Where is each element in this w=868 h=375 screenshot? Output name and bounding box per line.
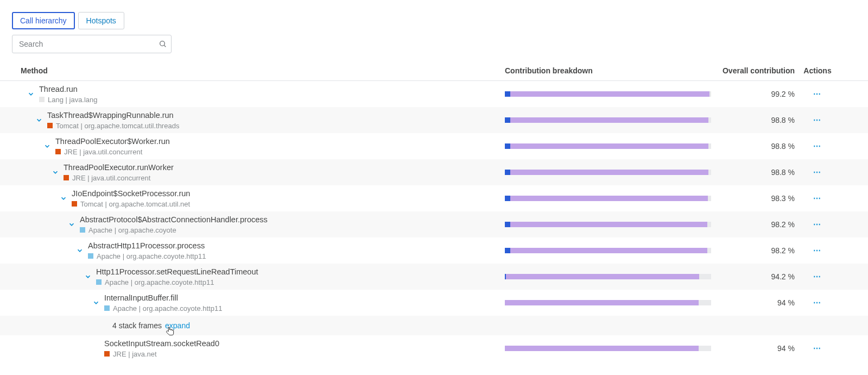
library-swatch	[104, 351, 110, 357]
method-subtitle: JRE | java.util.concurrent	[64, 174, 174, 182]
overall-contribution: 98.8 %	[722, 142, 798, 151]
table-row: ThreadPoolExecutor.runWorkerJRE | java.u…	[0, 159, 868, 185]
header-breakdown: Contribution breakdown	[505, 66, 722, 75]
row-actions-button[interactable]: ⋯	[798, 220, 837, 229]
overall-contribution: 99.2 %	[722, 90, 798, 98]
library-swatch	[96, 279, 102, 285]
tab-call-hierarchy[interactable]: Call hierarchy	[12, 12, 75, 29]
overall-contribution: 94 %	[722, 344, 798, 353]
method-name[interactable]: TaskThread$WrappingRunnable.run	[47, 110, 179, 121]
expand-toggle[interactable]	[34, 116, 44, 124]
table-row: Http11Processor.setRequestLineReadTimeou…	[0, 264, 868, 290]
library-swatch	[72, 201, 77, 207]
table-row: InternalInputBuffer.fillApache | org.apa…	[0, 290, 868, 316]
tab-hotspots[interactable]: Hotspots	[78, 12, 124, 29]
library-swatch	[39, 97, 45, 102]
expand-link[interactable]: expand	[165, 321, 190, 330]
method-name[interactable]: ThreadPoolExecutor.runWorker	[64, 162, 174, 173]
row-actions-button[interactable]: ⋯	[798, 168, 837, 177]
header-overall: Overall contribution	[722, 66, 798, 75]
expand-toggle[interactable]	[42, 142, 52, 150]
contribution-bar	[505, 143, 711, 149]
overall-contribution: 98.8 %	[722, 168, 798, 177]
contribution-bar	[505, 222, 711, 227]
method-subtitle: Apache | org.apache.coyote.http11	[88, 252, 206, 260]
method-subtitle: Apache | org.apache.coyote	[80, 226, 268, 234]
table-row: AbstractHttp11Processor.processApache | …	[0, 238, 868, 264]
collapsed-frames-row: 4 stack frames expand	[0, 316, 868, 335]
method-subtitle: JRE | java.util.concurrent	[55, 148, 170, 156]
header-method: Method	[12, 66, 505, 75]
table-row: Thread.runLang | java.lang99.2 %⋯	[0, 81, 868, 107]
method-name[interactable]: AbstractProtocol$AbstractConnectionHandl…	[80, 215, 268, 225]
method-name[interactable]: Thread.run	[39, 84, 98, 95]
library-swatch	[104, 305, 110, 311]
contribution-bar	[505, 170, 711, 175]
search-icon	[159, 40, 167, 48]
search-box	[12, 35, 172, 53]
library-swatch	[80, 227, 85, 233]
method-name[interactable]: ThreadPoolExecutor$Worker.run	[55, 136, 170, 147]
contribution-bar	[505, 300, 711, 305]
method-subtitle: Tomcat | org.apache.tomcat.util.threads	[47, 122, 179, 130]
expand-toggle[interactable]	[26, 90, 36, 98]
frames-count: 4 stack frames	[112, 321, 162, 330]
library-swatch	[55, 149, 61, 154]
expand-toggle[interactable]	[67, 221, 77, 228]
table-row: ThreadPoolExecutor$Worker.runJRE | java.…	[0, 133, 868, 159]
overall-contribution: 98.8 %	[722, 116, 798, 124]
overall-contribution: 98.2 %	[722, 246, 798, 255]
table-row: JIoEndpoint$SocketProcessor.runTomcat | …	[0, 185, 868, 211]
method-name[interactable]: InternalInputBuffer.fill	[104, 293, 222, 303]
contribution-bar	[505, 346, 711, 351]
method-subtitle: Apache | org.apache.coyote.http11	[96, 278, 258, 286]
method-subtitle: Tomcat | org.apache.tomcat.util.net	[72, 200, 190, 208]
overall-contribution: 94 %	[722, 298, 798, 307]
row-actions-button[interactable]: ⋯	[798, 142, 837, 151]
method-subtitle: Apache | org.apache.coyote.http11	[104, 304, 222, 312]
row-actions-button[interactable]: ⋯	[798, 272, 837, 281]
method-subtitle: JRE | java.net	[104, 350, 219, 358]
table-row: SocketInputStream.socketRead0JRE | java.…	[0, 335, 868, 361]
method-name[interactable]: Http11Processor.setRequestLineReadTimeou…	[96, 267, 258, 277]
overall-contribution: 98.2 %	[722, 220, 798, 229]
method-name[interactable]: AbstractHttp11Processor.process	[88, 241, 206, 251]
library-swatch	[88, 253, 93, 259]
row-actions-button[interactable]: ⋯	[798, 298, 837, 307]
row-actions-button[interactable]: ⋯	[798, 344, 837, 353]
expand-toggle[interactable]	[91, 299, 101, 307]
contribution-bar	[505, 248, 711, 253]
overall-contribution: 94.2 %	[722, 272, 798, 281]
library-swatch	[47, 123, 53, 128]
svg-point-0	[160, 41, 165, 46]
svg-line-1	[164, 45, 166, 47]
expand-toggle[interactable]	[83, 273, 93, 280]
table-row: TaskThread$WrappingRunnable.runTomcat | …	[0, 107, 868, 133]
row-actions-button[interactable]: ⋯	[798, 116, 837, 124]
header-actions: Actions	[798, 66, 837, 75]
contribution-bar	[505, 91, 711, 97]
contribution-bar	[505, 196, 711, 201]
expand-toggle[interactable]	[50, 168, 60, 176]
library-swatch	[64, 175, 69, 180]
table-row: AbstractProtocol$AbstractConnectionHandl…	[0, 211, 868, 238]
contribution-bar	[505, 117, 711, 123]
method-name[interactable]: JIoEndpoint$SocketProcessor.run	[72, 189, 190, 199]
table-header: Method Contribution breakdown Overall co…	[0, 61, 868, 81]
contribution-bar	[505, 274, 711, 279]
row-actions-button[interactable]: ⋯	[798, 246, 837, 255]
method-subtitle: Lang | java.lang	[39, 96, 98, 104]
search-input[interactable]	[12, 35, 172, 53]
expand-toggle[interactable]	[75, 247, 85, 254]
expand-toggle[interactable]	[59, 195, 68, 202]
tab-bar: Call hierarchy Hotspots	[0, 5, 868, 35]
row-actions-button[interactable]: ⋯	[798, 194, 837, 203]
row-actions-button[interactable]: ⋯	[798, 90, 837, 98]
method-name[interactable]: SocketInputStream.socketRead0	[104, 339, 219, 349]
overall-contribution: 98.3 %	[722, 194, 798, 203]
